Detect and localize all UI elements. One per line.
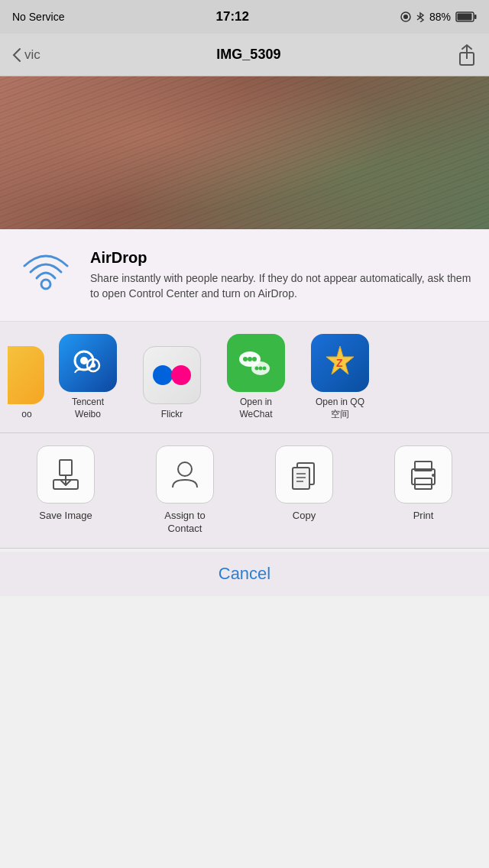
share-icon xyxy=(457,44,477,66)
copy-item[interactable]: Copy xyxy=(254,445,354,523)
app-partial-label: oo xyxy=(21,409,31,421)
cancel-section: Cancel xyxy=(0,552,489,596)
qq-label: Open in QQ空间 xyxy=(316,397,364,420)
svg-point-13 xyxy=(91,363,96,368)
tencent-weibo-label: TencentWeibo xyxy=(72,397,104,420)
battery-icon xyxy=(455,11,477,22)
svg-point-14 xyxy=(153,365,173,385)
svg-point-21 xyxy=(255,367,259,371)
print-label: Print xyxy=(413,510,434,523)
svg-point-17 xyxy=(243,357,248,361)
copy-label: Copy xyxy=(293,510,316,523)
photo-display xyxy=(0,76,489,229)
save-image-button[interactable] xyxy=(37,445,95,504)
svg-point-9 xyxy=(41,280,50,289)
battery-area: 88% xyxy=(400,11,477,23)
svg-point-23 xyxy=(263,367,267,371)
save-image-item[interactable]: Save Image xyxy=(16,445,115,523)
svg-point-1 xyxy=(403,15,408,19)
assign-contact-button[interactable] xyxy=(156,445,214,504)
svg-rect-31 xyxy=(293,468,309,489)
app-item-flickr[interactable]: Flickr xyxy=(130,346,214,421)
svg-point-29 xyxy=(178,462,192,476)
back-button[interactable]: vic xyxy=(12,47,40,63)
flickr-label: Flickr xyxy=(161,409,183,421)
battery-text: 88% xyxy=(429,11,451,23)
svg-rect-6 xyxy=(474,15,477,19)
back-chevron-icon xyxy=(12,47,21,63)
svg-line-3 xyxy=(417,18,420,20)
svg-point-38 xyxy=(432,474,435,477)
assign-contact-label: Assign toContact xyxy=(164,510,205,536)
assign-contact-item[interactable]: Assign toContact xyxy=(135,445,235,536)
airdrop-description: Share instantly with people nearby. If t… xyxy=(90,271,474,301)
apps-row: oo TencentWeibo Flickr xyxy=(0,322,489,433)
qq-app-icon: Z xyxy=(317,340,363,386)
airdrop-title: AirDrop xyxy=(90,249,474,267)
nav-title: IMG_5309 xyxy=(216,47,280,63)
carrier-text: No Service xyxy=(12,11,64,23)
flickr-app-icon xyxy=(151,364,193,387)
svg-point-19 xyxy=(252,357,257,361)
status-bar: No Service 17:12 88% xyxy=(0,0,489,34)
airdrop-section: AirDrop Share instantly with people near… xyxy=(0,229,489,322)
copy-button[interactable] xyxy=(275,445,333,504)
svg-point-18 xyxy=(248,357,252,361)
copy-icon xyxy=(288,458,320,491)
app-item-wechat[interactable]: Open inWeChat xyxy=(214,334,298,420)
cancel-button[interactable]: Cancel xyxy=(219,564,270,584)
airdrop-text-block: AirDrop Share instantly with people near… xyxy=(90,249,474,301)
svg-point-22 xyxy=(259,367,263,371)
share-button[interactable] xyxy=(457,44,477,66)
tencent-weibo-app-icon xyxy=(69,344,107,382)
svg-point-15 xyxy=(171,365,191,385)
app-item-partial[interactable]: oo xyxy=(8,346,46,421)
app-item-tencent-weibo[interactable]: TencentWeibo xyxy=(46,334,130,420)
print-item[interactable]: Print xyxy=(374,445,473,523)
time-text: 17:12 xyxy=(215,9,248,24)
bluetooth-icon xyxy=(416,11,425,22)
back-label: vic xyxy=(24,47,40,63)
actions-section: Save Image Assign toContact Copy xyxy=(0,433,489,549)
wechat-label: Open inWeChat xyxy=(239,397,272,420)
nav-bar: vic IMG_5309 xyxy=(0,34,489,76)
svg-rect-5 xyxy=(457,14,471,21)
svg-rect-27 xyxy=(60,460,72,475)
lock-icon xyxy=(400,11,411,22)
airdrop-icon xyxy=(15,245,76,306)
svg-text:Z: Z xyxy=(336,357,343,369)
save-image-icon xyxy=(50,458,81,491)
print-icon xyxy=(406,458,441,491)
app-item-qq[interactable]: Z Open in QQ空间 xyxy=(298,334,382,420)
print-button[interactable] xyxy=(394,445,452,504)
wechat-app-icon xyxy=(235,345,277,381)
save-image-label: Save Image xyxy=(39,510,92,523)
assign-contact-icon xyxy=(169,458,201,491)
